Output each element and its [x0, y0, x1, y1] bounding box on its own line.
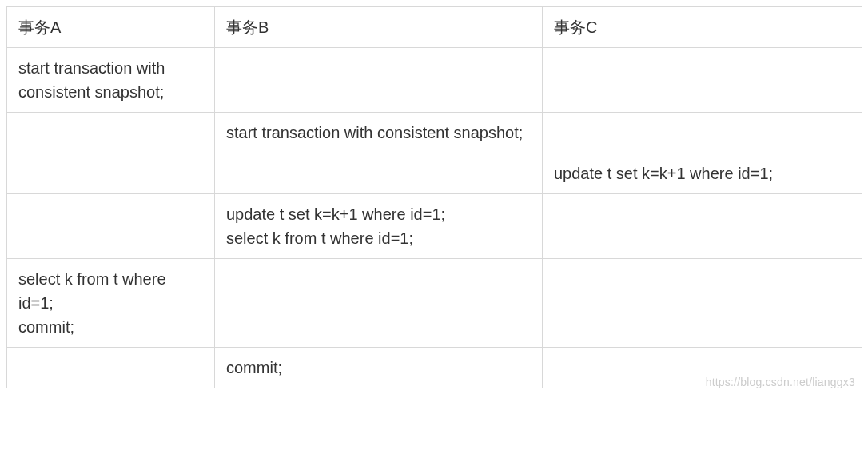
cell-b: start transaction with consistent snapsh…: [215, 113, 543, 153]
cell-b: commit;: [215, 348, 543, 388]
cell-c: [543, 113, 862, 153]
cell-c: [543, 194, 862, 259]
cell-c: update t set k=k+1 where id=1;: [543, 153, 862, 194]
header-transaction-a: 事务A: [7, 7, 215, 48]
table-row: select k from t where id=1; commit;: [7, 259, 862, 348]
cell-a: [7, 113, 215, 153]
table-header-row: 事务A 事务B 事务C: [7, 7, 862, 48]
cell-b: [215, 259, 543, 348]
table-row: commit;: [7, 348, 862, 388]
cell-a: select k from t where id=1; commit;: [7, 259, 215, 348]
header-transaction-c: 事务C: [543, 7, 862, 48]
cell-c: [543, 259, 862, 348]
cell-a: [7, 194, 215, 259]
cell-b: update t set k=k+1 where id=1; select k …: [215, 194, 543, 259]
cell-a: [7, 348, 215, 388]
table-row: update t set k=k+1 where id=1;: [7, 153, 862, 194]
table-row: start transaction with consistent snapsh…: [7, 113, 862, 153]
header-transaction-b: 事务B: [215, 7, 543, 48]
transaction-table: 事务A 事务B 事务C start transaction with consi…: [6, 6, 862, 388]
cell-b: [215, 48, 543, 113]
table-row: start transaction with consistent snapsh…: [7, 48, 862, 113]
table-row: update t set k=k+1 where id=1; select k …: [7, 194, 862, 259]
cell-a: start transaction with consistent snapsh…: [7, 48, 215, 113]
cell-c: [543, 348, 862, 388]
cell-c: [543, 48, 862, 113]
cell-a: [7, 153, 215, 194]
cell-b: [215, 153, 543, 194]
